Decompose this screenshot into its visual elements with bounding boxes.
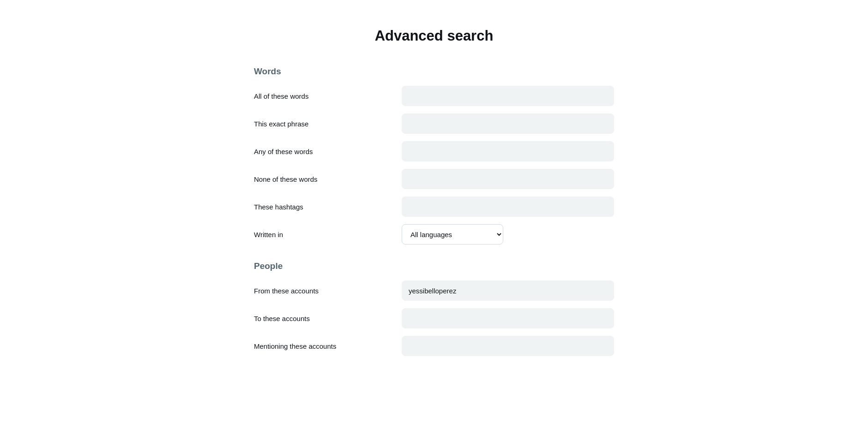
to-accounts-row: To these accounts (254, 308, 614, 328)
language-select[interactable]: All languages English Spanish French Ger… (402, 224, 503, 244)
any-words-label: Any of these words (254, 148, 402, 155)
all-words-input[interactable] (402, 86, 614, 106)
people-section: People From these accounts To these acco… (254, 261, 614, 356)
language-label: Written in (254, 231, 402, 238)
from-accounts-input[interactable] (402, 280, 614, 301)
from-accounts-row: From these accounts (254, 280, 614, 301)
from-accounts-label: From these accounts (254, 287, 402, 295)
mentioning-accounts-row: Mentioning these accounts (254, 336, 614, 356)
none-words-row: None of these words (254, 169, 614, 189)
hashtags-input[interactable] (402, 197, 614, 217)
none-words-input[interactable] (402, 169, 614, 189)
all-words-label: All of these words (254, 92, 402, 100)
to-accounts-label: To these accounts (254, 315, 402, 322)
all-words-row: All of these words (254, 86, 614, 106)
hashtags-row: These hashtags (254, 197, 614, 217)
any-words-row: Any of these words (254, 141, 614, 161)
page-container: Advanced search Words All of these words… (235, 0, 633, 400)
mentioning-accounts-input[interactable] (402, 336, 614, 356)
mentioning-accounts-label: Mentioning these accounts (254, 342, 402, 350)
to-accounts-input[interactable] (402, 308, 614, 328)
language-row: Written in All languages English Spanish… (254, 224, 614, 244)
people-section-heading: People (254, 261, 614, 271)
exact-phrase-input[interactable] (402, 113, 614, 134)
exact-phrase-label: This exact phrase (254, 120, 402, 128)
exact-phrase-row: This exact phrase (254, 113, 614, 134)
hashtags-label: These hashtags (254, 203, 402, 211)
words-section-heading: Words (254, 66, 614, 77)
none-words-label: None of these words (254, 175, 402, 183)
page-title: Advanced search (254, 28, 614, 44)
any-words-input[interactable] (402, 141, 614, 161)
words-section: Words All of these words This exact phra… (254, 66, 614, 244)
